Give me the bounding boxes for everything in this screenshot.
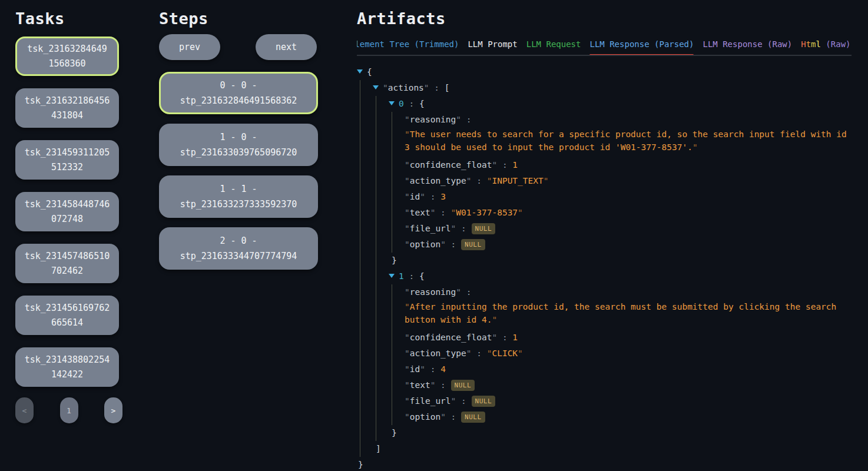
json-brace: } <box>358 460 363 469</box>
collapse-arrow-icon[interactable] <box>389 274 395 278</box>
json-quote: " <box>440 240 446 249</box>
null-badge: NULL <box>461 239 485 250</box>
json-colon: : <box>446 412 461 422</box>
json-value: CLICK <box>492 349 518 358</box>
page-number-button[interactable]: 1 <box>60 397 78 423</box>
json-colon: : <box>497 333 512 342</box>
json-string-quote: " <box>492 315 497 324</box>
tab-label-part: H <box>801 39 806 49</box>
json-quote: " <box>451 224 456 233</box>
json-brace: { <box>367 67 372 77</box>
json-quote: " <box>492 160 497 170</box>
step-button[interactable]: 1 - 1 - stp_231633237333592370 <box>159 175 318 218</box>
tab-label-part: l <box>816 39 821 49</box>
step-button[interactable]: 1 - 0 - stp_231633039765096720 <box>159 124 318 166</box>
json-quote: " <box>405 364 410 374</box>
steps-next-button[interactable]: next <box>256 34 317 60</box>
json-colon: : <box>461 115 476 124</box>
json-row: } <box>392 425 863 441</box>
collapse-arrow-icon[interactable] <box>357 69 363 74</box>
json-quote: " <box>456 115 461 124</box>
json-string-block: "The user needs to search for a specific… <box>405 128 850 154</box>
json-colon: : <box>456 396 471 406</box>
json-quote: " <box>451 396 456 406</box>
task-button[interactable]: tsk_231438802254142422 <box>15 347 119 387</box>
json-brace: [ <box>445 83 450 92</box>
tab-label-part: LLM Prompt <box>468 39 517 49</box>
json-children: "actions" : [0 : {"reasoning" : "The use… <box>360 80 863 457</box>
steps-prev-button[interactable]: prev <box>159 34 220 60</box>
task-button[interactable]: tsk_231459311205512332 <box>15 140 119 180</box>
task-button[interactable]: tsk_231632846491568360 <box>15 37 119 76</box>
json-colon: : <box>472 349 487 358</box>
json-quote: " <box>405 176 410 185</box>
json-key: id <box>410 364 420 374</box>
json-quote: " <box>405 412 410 422</box>
json-key: file_url <box>410 224 451 233</box>
json-row: 0 : { <box>389 96 863 112</box>
task-button[interactable]: tsk_231632186456431804 <box>15 88 119 128</box>
json-value: The user needs to search for a specific … <box>405 130 847 152</box>
json-colon: : <box>472 176 487 185</box>
tab-html-raw[interactable]: Html (Raw) <box>801 39 850 55</box>
task-button[interactable]: tsk_231456169762665614 <box>15 296 119 335</box>
tab-llm-request[interactable]: LLM Request <box>526 39 581 55</box>
task-button[interactable]: tsk_231457486510702462 <box>15 244 119 283</box>
json-quote: " <box>492 333 497 342</box>
task-list: tsk_231632846491568360tsk_23163218645643… <box>15 37 119 387</box>
tasks-title: Tasks <box>15 7 119 30</box>
json-row: 1 : { <box>389 268 863 284</box>
collapse-arrow-icon[interactable] <box>373 85 379 89</box>
tab-element-tree-trimmed[interactable]: Element Tree (Trimmed) <box>357 39 459 55</box>
json-row: "action_type" : "INPUT_TEXT" <box>405 173 863 189</box>
json-row: "reasoning" : <box>405 112 863 128</box>
tab-llm-prompt[interactable]: LLM Prompt <box>468 39 517 55</box>
collapse-arrow-icon[interactable] <box>389 101 395 105</box>
json-index: 0 <box>399 99 404 108</box>
step-button[interactable]: 2 - 0 - stp_231633344707774794 <box>159 227 318 270</box>
tab-llm-response-raw[interactable]: LLM Response (Raw) <box>703 39 792 55</box>
json-quote: " <box>440 412 446 422</box>
json-string-quote: " <box>544 176 549 185</box>
json-brace: } <box>392 256 397 265</box>
task-button[interactable]: tsk_231458448746072748 <box>15 192 119 231</box>
json-quote: " <box>405 349 410 358</box>
tab-label-part: t <box>806 39 811 49</box>
json-colon: : <box>497 160 512 170</box>
json-brace: { <box>419 99 425 108</box>
json-row: ] <box>376 441 863 457</box>
json-key: file_url <box>410 396 451 406</box>
json-quote: " <box>405 380 410 390</box>
json-row: "file_url" : NULL <box>405 393 863 409</box>
steps-panel: Steps prev next 0 - 0 - stp_231632846491… <box>159 0 318 279</box>
json-colon: : <box>425 364 440 374</box>
json-children: "reasoning" : "After inputting the produ… <box>392 284 863 425</box>
step-button[interactable]: 0 - 0 - stp_231632846491568362 <box>159 72 318 114</box>
json-row: "actions" : [ <box>373 80 863 96</box>
json-quote: " <box>466 176 472 185</box>
json-quote: " <box>405 287 410 297</box>
tab-label-part: m <box>811 39 816 49</box>
json-quote: " <box>383 83 388 92</box>
json-children: "reasoning" : "The user needs to search … <box>392 112 863 253</box>
json-key: option <box>410 240 440 249</box>
step-list: 0 - 0 - stp_2316328464915683621 - 0 - st… <box>159 72 318 270</box>
json-brace: ] <box>376 444 381 453</box>
json-colon: : <box>429 83 445 92</box>
json-row: "text" : "W01-377-8537" <box>405 205 863 221</box>
tab-llm-response-parsed[interactable]: LLM Response (Parsed) <box>589 39 694 55</box>
json-string-quote: " <box>518 208 523 217</box>
json-key: reasoning <box>410 115 456 124</box>
next-page-button[interactable]: > <box>104 397 122 423</box>
prev-page-button[interactable]: < <box>15 397 34 423</box>
json-key: action_type <box>410 349 466 358</box>
json-quote: " <box>424 83 429 92</box>
json-quote: " <box>405 208 410 217</box>
artifacts-title: Artifacts <box>357 7 863 30</box>
json-brace: { <box>419 271 425 281</box>
json-value: 4 <box>440 364 446 374</box>
json-colon: : <box>456 224 471 233</box>
json-row: "reasoning" : <box>405 284 863 300</box>
json-string-quote: " <box>405 130 410 139</box>
json-key: confidence_float <box>410 333 492 342</box>
